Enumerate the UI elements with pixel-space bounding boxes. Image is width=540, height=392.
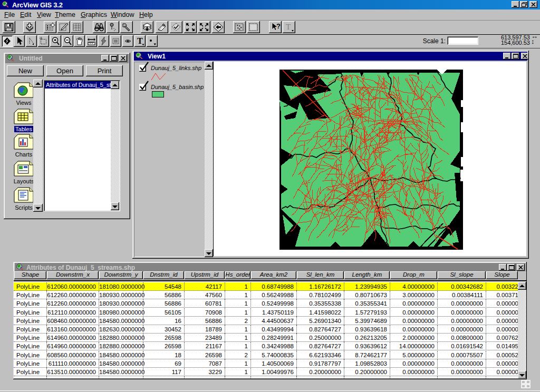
- svg-text:T: T: [137, 36, 143, 45]
- svg-text:?: ?: [276, 22, 281, 30]
- svg-text:T: T: [286, 23, 291, 31]
